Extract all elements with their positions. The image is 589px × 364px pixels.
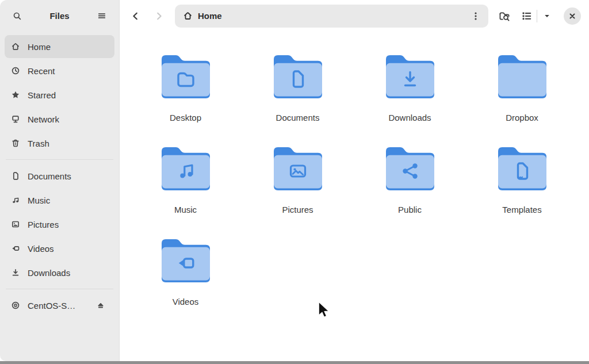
folder-item-videos[interactable]: Videos — [143, 236, 229, 307]
header-bar: Home — [120, 0, 589, 32]
sidebar-item-label: Recent — [28, 66, 55, 76]
app-title: Files — [49, 11, 69, 21]
dropbox-folder-icon — [495, 52, 550, 100]
sidebar-item-label: Home — [28, 42, 51, 52]
sidebar-item-videos[interactable]: Videos — [5, 237, 114, 260]
sidebar-item-starred[interactable]: Starred — [5, 83, 114, 106]
folder-item-public[interactable]: Public — [367, 144, 453, 215]
sidebar-item-label: CentOS-S… — [28, 301, 75, 311]
pictures-folder-icon — [270, 144, 326, 192]
sidebar-item-recent[interactable]: Recent — [5, 59, 114, 82]
folder-label: Downloads — [388, 113, 431, 123]
music-icon — [11, 196, 20, 205]
folder-label: Dropbox — [506, 113, 538, 123]
sidebar-separator — [6, 159, 113, 160]
folder-label: Pictures — [282, 205, 313, 215]
hamburger-menu-icon — [97, 10, 106, 21]
close-icon — [568, 12, 576, 20]
desktop-folder-icon — [158, 52, 213, 100]
sidebar-separator — [6, 289, 113, 289]
back-icon — [131, 11, 141, 21]
folder-item-desktop[interactable]: Desktop — [143, 52, 229, 123]
view-options-dropdown[interactable] — [538, 6, 556, 26]
downloads-folder-icon — [383, 52, 438, 100]
sidebar-item-documents[interactable]: Documents — [5, 164, 114, 187]
public-folder-icon — [383, 144, 438, 192]
sidebar-item-label: Network — [28, 114, 59, 124]
folder-item-templates[interactable]: Templates — [479, 144, 565, 215]
video-icon — [11, 244, 20, 253]
download-icon — [11, 268, 20, 277]
sidebar-item-label: Music — [28, 196, 50, 205]
forward-button[interactable] — [148, 6, 169, 26]
folder-item-music[interactable]: Music — [143, 144, 229, 215]
documents-folder-icon — [270, 52, 326, 100]
star-icon — [11, 90, 20, 99]
sidebar-item-music[interactable]: Music — [5, 189, 114, 212]
eject-button[interactable] — [93, 298, 108, 313]
location-menu-button[interactable] — [466, 7, 485, 25]
kebab-menu-icon — [471, 11, 481, 21]
back-button[interactable] — [125, 6, 146, 26]
sidebar-item-label: Videos — [28, 244, 54, 254]
dropdown-arrow-icon — [542, 12, 552, 21]
list-view-button[interactable] — [517, 6, 536, 26]
forward-icon — [154, 11, 164, 21]
content-area: Home — [120, 0, 589, 361]
folder-label: Videos — [173, 297, 199, 307]
templates-folder-icon — [495, 144, 550, 192]
search-icon — [13, 11, 22, 21]
close-window-button[interactable] — [564, 7, 581, 25]
sidebar-item-home[interactable]: Home — [5, 35, 114, 58]
folder-label: Desktop — [170, 113, 201, 123]
sidebar-item-label: Starred — [28, 90, 56, 100]
videos-folder-icon — [158, 236, 213, 284]
sidebar-item-centos-volume[interactable]: CentOS-S… — [5, 294, 114, 317]
window-bottom-edge — [0, 361, 589, 364]
folder-item-documents[interactable]: Documents — [255, 52, 341, 123]
sidebar-item-label: Documents — [28, 171, 71, 181]
trash-icon — [11, 139, 20, 148]
sidebar: Files Home Recent — [0, 0, 120, 361]
sidebar-item-downloads[interactable]: Downloads — [5, 261, 114, 284]
home-icon — [11, 42, 20, 51]
sidebar-item-label: Trash — [28, 139, 49, 148]
sidebar-list: Home Recent Starred Ne — [0, 32, 119, 361]
picture-icon — [11, 220, 20, 229]
sidebar-item-label: Pictures — [28, 220, 59, 229]
path-bar[interactable]: Home — [175, 5, 488, 28]
folder-label: Music — [174, 205, 197, 215]
list-view-icon — [521, 10, 532, 21]
current-location-label: Home — [198, 11, 222, 21]
folder-item-pictures[interactable]: Pictures — [255, 144, 341, 215]
sidebar-item-network[interactable]: Network — [5, 108, 114, 131]
network-icon — [11, 114, 20, 124]
folder-item-downloads[interactable]: Downloads — [367, 52, 453, 123]
folder-label: Documents — [276, 113, 320, 123]
folder-search-icon — [499, 10, 510, 22]
eject-icon — [96, 301, 105, 310]
search-files-button[interactable] — [494, 6, 515, 26]
home-icon — [183, 11, 193, 21]
folder-label: Public — [398, 205, 422, 215]
sidebar-item-label: Downloads — [28, 268, 70, 278]
folder-label: Templates — [502, 205, 541, 215]
toolbar-divider — [537, 10, 537, 22]
clock-icon — [11, 66, 20, 75]
folder-item-dropbox[interactable]: Dropbox — [479, 52, 565, 123]
music-folder-icon — [158, 144, 213, 192]
disc-icon — [11, 301, 20, 310]
sidebar-item-pictures[interactable]: Pictures — [5, 213, 114, 236]
sidebar-item-trash[interactable]: Trash — [5, 132, 114, 155]
main-menu-button[interactable] — [92, 6, 112, 26]
search-button[interactable] — [7, 6, 27, 26]
view-options-group — [517, 6, 556, 26]
sidebar-header: Files — [0, 0, 119, 32]
files-window: Files Home Recent — [0, 0, 589, 361]
document-icon — [11, 171, 20, 181]
folder-grid: Desktop Documents — [129, 52, 589, 307]
